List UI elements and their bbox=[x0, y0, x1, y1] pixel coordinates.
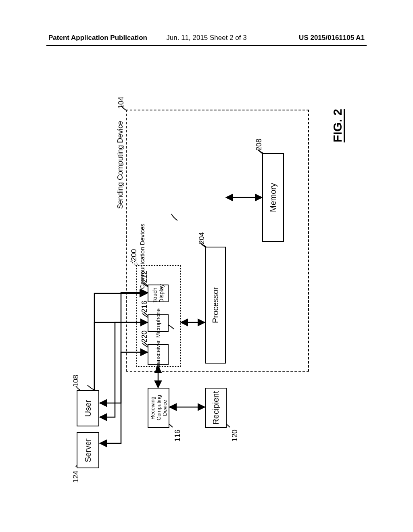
memory-label: Memory bbox=[269, 183, 278, 212]
processor-block: Processor bbox=[205, 247, 226, 364]
microphone-block: Microphone bbox=[148, 314, 169, 332]
recipient-label: Recipient bbox=[211, 391, 221, 424]
touch-display-block: Touch Display bbox=[148, 285, 169, 302]
ref-124: 124 bbox=[72, 471, 80, 483]
ref-220: 220 bbox=[140, 330, 149, 343]
ref-200: 200 bbox=[130, 249, 138, 261]
microphone-label: Microphone bbox=[155, 308, 161, 338]
server-label: Server bbox=[83, 438, 93, 462]
ref-212: 212 bbox=[140, 271, 149, 283]
user-label: User bbox=[83, 400, 93, 417]
user-block: User bbox=[77, 390, 99, 426]
processor-label: Processor bbox=[211, 287, 220, 323]
recipient-block: Recipient bbox=[205, 388, 227, 428]
transceiver-block: Transceiver bbox=[148, 344, 169, 365]
receiving-device-label: Receiving Computing Device bbox=[150, 389, 168, 427]
ref-120: 120 bbox=[231, 430, 239, 442]
figure-label: FIG. 2 bbox=[331, 109, 344, 142]
receiving-device-block: Receiving Computing Device bbox=[148, 388, 169, 428]
ref-208: 208 bbox=[255, 139, 263, 151]
ref-116: 116 bbox=[173, 430, 182, 442]
ref-108: 108 bbox=[72, 375, 80, 387]
ref-204: 204 bbox=[198, 232, 206, 244]
ref-104: 104 bbox=[117, 97, 125, 109]
server-block: Server bbox=[77, 432, 99, 468]
memory-block: Memory bbox=[262, 153, 284, 242]
touch-display-label: Touch Display bbox=[152, 284, 165, 303]
transceiver-label: Transceiver bbox=[155, 340, 161, 370]
sending-device-title: Sending Computing Device bbox=[116, 121, 125, 209]
ref-216: 216 bbox=[140, 301, 149, 313]
